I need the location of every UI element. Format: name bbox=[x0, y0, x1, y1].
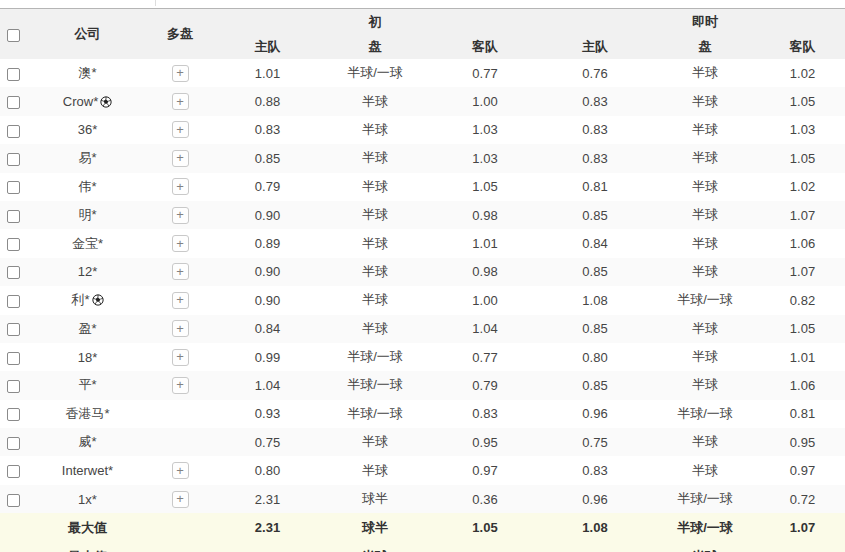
company-name[interactable]: 盈* bbox=[78, 320, 96, 338]
initial-away-odds: 1.03 bbox=[430, 144, 540, 172]
row-checkbox[interactable] bbox=[7, 125, 20, 138]
initial-home-odds: 0.99 bbox=[215, 343, 320, 371]
company-cell: 利* bbox=[30, 286, 145, 314]
company-name[interactable]: 明* bbox=[78, 206, 96, 224]
initial-handicap: 半球 bbox=[320, 87, 430, 115]
company-name[interactable]: 36* bbox=[78, 122, 98, 137]
expand-odds-button[interactable]: + bbox=[172, 292, 189, 309]
initial-away-odds: 0.79 bbox=[430, 371, 540, 399]
expand-odds-button[interactable]: + bbox=[172, 235, 189, 252]
row-checkbox[interactable] bbox=[7, 323, 20, 336]
live-handicap: 半球 bbox=[650, 59, 760, 87]
column-header-live-away: 客队 bbox=[760, 34, 845, 59]
live-handicap: 半球 bbox=[650, 229, 760, 257]
initial-away-odds: 1.05 bbox=[430, 513, 540, 542]
row-checkbox[interactable] bbox=[7, 238, 20, 251]
company-name[interactable]: Crow* bbox=[63, 94, 98, 109]
initial-handicap: 半球 bbox=[320, 201, 430, 229]
select-all-checkbox[interactable] bbox=[7, 29, 20, 42]
plus-icon: + bbox=[176, 179, 184, 194]
table-row: 金宝* + 0.89 半球 1.01 0.84 半球 1.06 bbox=[0, 229, 845, 257]
plus-icon: + bbox=[176, 491, 184, 506]
company-name[interactable]: Interwet* bbox=[62, 463, 113, 478]
company-name[interactable]: 香港马* bbox=[65, 405, 109, 423]
multi-odds-cell: + bbox=[145, 456, 215, 484]
row-checkbox[interactable] bbox=[7, 352, 20, 365]
initial-away-odds: 1.01 bbox=[430, 229, 540, 257]
expand-odds-button[interactable]: + bbox=[172, 491, 189, 508]
company-name[interactable]: 澳* bbox=[78, 64, 96, 82]
live-home-odds: 0.85 bbox=[540, 258, 650, 286]
live-home-odds: 0.96 bbox=[540, 400, 650, 428]
company-name[interactable]: 易* bbox=[78, 149, 96, 167]
company-name[interactable]: 利* bbox=[71, 291, 89, 309]
row-checkbox[interactable] bbox=[7, 408, 20, 421]
expand-odds-button[interactable]: + bbox=[172, 320, 189, 337]
table-body: 澳* + 1.01 半球/一球 0.77 0.76 半球 1.02 Crow* … bbox=[0, 59, 845, 552]
odds-table: 公司 多盘 初 即时 主队 盘 客队 主队 盘 客队 澳* + bbox=[0, 8, 845, 552]
company-cell: Interwet* bbox=[30, 456, 145, 484]
company-name[interactable]: 18* bbox=[78, 350, 98, 365]
live-home-odds: 0.83 bbox=[540, 116, 650, 144]
row-checkbox[interactable] bbox=[7, 153, 20, 166]
company-cell: 36* bbox=[30, 116, 145, 144]
expand-odds-button[interactable]: + bbox=[172, 462, 189, 479]
company-name[interactable]: 平* bbox=[78, 376, 96, 394]
summary-empty-cell bbox=[145, 513, 215, 542]
row-checkbox-cell bbox=[0, 456, 30, 484]
initial-home-odds: 1.04 bbox=[215, 371, 320, 399]
row-checkbox[interactable] bbox=[7, 266, 20, 279]
initial-home-odds: 0.93 bbox=[215, 400, 320, 428]
row-checkbox[interactable] bbox=[7, 494, 20, 507]
company-cell: 易* bbox=[30, 144, 145, 172]
row-checkbox[interactable] bbox=[7, 210, 20, 223]
row-checkbox[interactable] bbox=[7, 295, 20, 308]
expand-odds-button[interactable]: + bbox=[172, 207, 189, 224]
header-spacer bbox=[430, 9, 540, 35]
table-row: Interwet* + 0.80 半球 0.97 0.83 半球 0.97 bbox=[0, 456, 845, 484]
expand-odds-button[interactable]: + bbox=[172, 178, 189, 195]
row-checkbox[interactable] bbox=[7, 465, 20, 478]
live-handicap: 半球/一球 bbox=[650, 513, 760, 542]
company-cell: 金宝* bbox=[30, 229, 145, 257]
column-header-initial-handicap: 盘 bbox=[320, 34, 430, 59]
table-row: Crow* + 0.88 半球 1.00 0.83 半球 1.05 bbox=[0, 87, 845, 115]
multi-odds-cell: + bbox=[145, 87, 215, 115]
row-checkbox[interactable] bbox=[7, 181, 20, 194]
live-handicap: 半球/一球 bbox=[650, 286, 760, 314]
expand-odds-button[interactable]: + bbox=[172, 121, 189, 138]
row-checkbox[interactable] bbox=[7, 68, 20, 81]
live-home-odds: 0.75 bbox=[540, 428, 650, 456]
expand-odds-button[interactable]: + bbox=[172, 150, 189, 167]
plus-icon: + bbox=[176, 292, 184, 307]
company-name[interactable]: 1x* bbox=[78, 492, 97, 507]
company-name[interactable]: 金宝* bbox=[72, 235, 103, 253]
row-checkbox[interactable] bbox=[7, 437, 20, 450]
initial-home-odds: 2.31 bbox=[215, 513, 320, 542]
company-cell: 1x* bbox=[30, 485, 145, 513]
live-handicap: 半球 bbox=[650, 201, 760, 229]
expand-odds-button[interactable]: + bbox=[172, 93, 189, 110]
live-away-odds: 1.01 bbox=[760, 343, 845, 371]
row-checkbox-cell bbox=[0, 144, 30, 172]
expand-odds-button[interactable]: + bbox=[172, 263, 189, 280]
table-row: 易* + 0.85 半球 1.03 0.83 半球 1.05 bbox=[0, 144, 845, 172]
expand-odds-button[interactable]: + bbox=[172, 377, 189, 394]
row-checkbox-cell bbox=[0, 229, 30, 257]
row-checkbox[interactable] bbox=[7, 96, 20, 109]
initial-home-odds: 0.80 bbox=[215, 456, 320, 484]
expand-odds-button[interactable]: + bbox=[172, 65, 189, 82]
row-checkbox[interactable] bbox=[7, 380, 20, 393]
live-handicap: 半球 bbox=[650, 371, 760, 399]
company-name[interactable]: 12* bbox=[78, 264, 98, 279]
table-row: 12* + 0.90 半球 0.98 0.85 半球 1.07 bbox=[0, 258, 845, 286]
company-name[interactable]: 伟* bbox=[78, 178, 96, 196]
expand-odds-button[interactable]: + bbox=[172, 349, 189, 366]
company-name[interactable]: 威* bbox=[78, 433, 96, 451]
table-row: 18* + 0.99 半球/一球 0.77 0.80 半球 1.01 bbox=[0, 343, 845, 371]
row-checkbox-cell bbox=[0, 201, 30, 229]
initial-away-odds: 0.95 bbox=[430, 428, 540, 456]
summary-empty-cell bbox=[145, 542, 215, 552]
column-header-live-home: 主队 bbox=[540, 34, 650, 59]
initial-home-odds: 0.85 bbox=[215, 144, 320, 172]
